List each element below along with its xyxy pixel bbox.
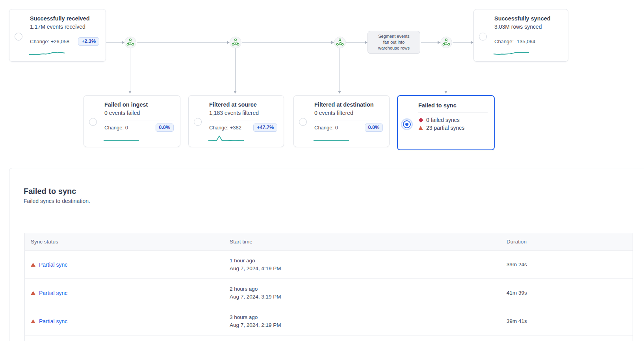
failed-syncs-stat: 0 failed syncs [426,116,460,124]
arrowhead-icon [128,91,132,94]
radio-failed-on-ingest[interactable] [89,118,97,126]
arrowhead-icon [234,91,237,94]
sparkline-chart [208,135,244,142]
flow-connector [242,42,331,43]
delivery-overview-page: Segment events fan out into warehouse ro… [0,0,644,341]
card-subtitle: 1.17M events received [30,23,99,31]
sparkline-chart [314,135,349,142]
sync-table: Sync status Start time Duration Partial … [24,233,633,341]
section-title: Failed to sync [24,187,76,196]
card-successfully-synced[interactable]: Successfully synced 3.03M rows synced Ch… [473,9,568,62]
segment-connection-icon [231,38,240,47]
flow-connector [340,48,340,91]
radio-successfully-received[interactable] [15,33,22,41]
sync-status-link[interactable]: Partial sync [39,318,67,324]
segment-connection-icon [336,38,344,47]
flow-connector [346,42,365,43]
table-row: Partial sync 3 hours ago Aug 7, 2024, 2:… [25,307,633,335]
card-successfully-received[interactable]: Successfully received 1.17M events recei… [9,9,106,62]
change-badge: +47.7% [253,123,277,132]
divider [418,112,488,113]
partial-syncs-triangle-icon [418,126,423,130]
divider [209,120,277,120]
sync-status-link[interactable]: Partial sync [39,290,67,296]
sparkline-chart [104,135,139,142]
card-title: Successfully synced [494,15,562,23]
change-badge: +2.3% [78,37,99,46]
fanout-note-line: Segment events [378,33,410,39]
card-title: Filtered at destination [314,101,383,109]
duration-value: 39m 24s [507,262,633,267]
card-title: Filtered at source [209,101,277,109]
arrowhead-icon [338,91,341,94]
card-title: Failed on ingest [104,101,174,109]
fanout-note-line: warehouse rows [378,45,410,51]
sync-status-link[interactable]: Partial sync [39,262,67,268]
delivery-step-icon [124,37,136,48]
duration-value: 39m 41s [507,318,633,324]
partial-sync-triangle-icon [31,263,35,267]
flow-connector [106,42,122,43]
flow-connector [235,48,236,91]
card-title: Successfully received [30,15,99,23]
start-time-relative: 3 hours ago [230,313,507,321]
card-filtered-at-destination[interactable]: Filtered at destination 0 events filtere… [293,95,390,147]
divider [314,120,383,120]
partial-sync-triangle-icon [31,319,35,323]
duration-value: 41m 39s [507,290,633,296]
radio-filtered-at-source[interactable] [194,118,202,126]
card-subtitle: 3.03M rows synced [494,23,562,31]
arrowhead-icon [122,41,124,44]
change-badge: 0.0% [156,123,174,132]
sparkline-chart [29,50,65,57]
change-label: Change: +382 [209,125,241,131]
radio-filtered-at-destination[interactable] [299,118,307,126]
table-row: Partial sync 2 hours ago Aug 7, 2024, 3:… [25,279,633,307]
change-label: Change: 0 [314,125,338,131]
segment-connection-icon [126,38,135,47]
failed-syncs-diamond-icon [418,118,423,123]
divider [30,34,99,34]
segment-connection-icon [442,38,451,47]
card-subtitle: 0 events filtered [314,109,383,117]
column-header-duration: Duration [507,239,633,245]
flow-connector [137,42,227,43]
start-time-datetime: Aug 7, 2024, 2:19 PM [230,321,507,329]
partial-sync-triangle-icon [31,291,35,295]
card-filtered-at-source[interactable]: Filtered at source 1,183 events filtered… [188,95,284,147]
flow-connector [446,48,446,91]
table-row: Partial sync 1 hour ago Aug 7, 2024, 4:1… [25,251,633,279]
arrowhead-icon [444,91,447,94]
change-badge: 0.0% [365,123,383,132]
divider [104,120,174,120]
card-subtitle: 1,183 events filtered [209,109,277,117]
arrowhead-icon [471,41,473,44]
change-label: Change: -135,064 [494,39,535,44]
radio-failed-to-sync[interactable] [403,120,411,128]
flow-connector [130,48,130,91]
table-row-partial [25,335,633,341]
column-header-start-time: Start time [230,239,507,245]
start-time-datetime: Aug 7, 2024, 4:19 PM [230,265,507,273]
start-time-relative: 1 hour ago [230,257,507,265]
table-header-row: Sync status Start time Duration [25,233,633,251]
arrowhead-icon [365,41,367,44]
flow-connector [421,42,438,43]
fanout-note: Segment events fan out into warehouse ro… [367,31,420,54]
card-failed-on-ingest[interactable]: Failed on ingest 0 events failed Change:… [84,95,180,147]
arrowhead-icon [227,41,230,44]
delivery-step-icon [230,37,241,48]
card-subtitle: 0 events failed [104,109,174,117]
sparkline-chart [494,50,529,57]
start-time-relative: 2 hours ago [230,285,507,293]
arrowhead-icon [331,41,334,44]
card-title: Failed to sync [418,101,488,110]
card-failed-to-sync[interactable]: Failed to sync 0 failed syncs 23 partial… [397,95,495,150]
change-label: Change: 0 [104,125,128,131]
arrowhead-icon [438,41,440,44]
change-label: Change: +26,058 [30,39,69,44]
radio-successfully-synced[interactable] [479,33,487,41]
fanout-note-line: fan out into [383,39,405,45]
delivery-step-icon [440,37,452,48]
flow-connector [453,42,471,43]
